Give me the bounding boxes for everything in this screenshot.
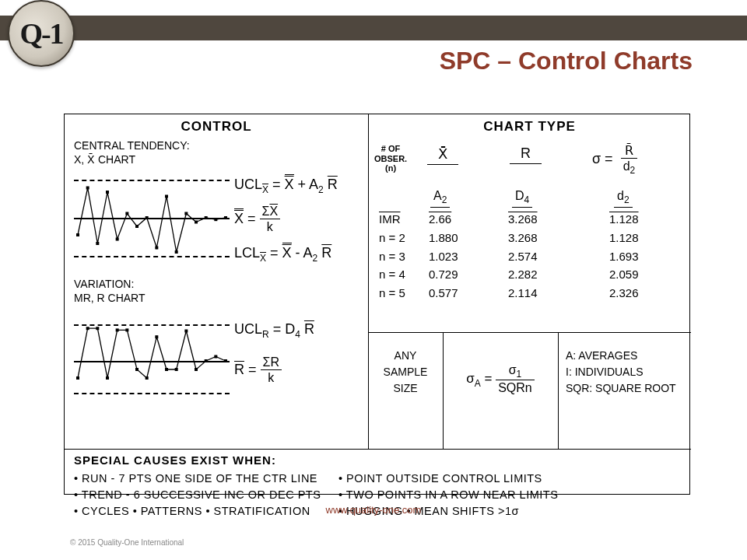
svg-rect-9: [165, 195, 168, 198]
svg-rect-2: [96, 242, 99, 245]
text: MR, R CHART: [74, 292, 146, 304]
divider-vertical: [443, 332, 444, 449]
col-r: R: [510, 145, 542, 164]
svg-rect-1: [86, 187, 89, 190]
svg-rect-4: [116, 238, 119, 241]
text: X, X̄ CHART: [74, 153, 135, 166]
r-sketch: [74, 318, 230, 404]
formula-sigma-a: σA = σ1SQRn: [449, 363, 552, 396]
formula-ucl-x: UCLX = X + A2 R: [234, 177, 338, 195]
svg-rect-18: [96, 327, 99, 330]
svg-rect-31: [224, 359, 227, 362]
svg-rect-10: [175, 250, 178, 254]
footer-copyright: © 2015 Quality-One International: [70, 538, 184, 547]
control-title: CONTROL: [65, 119, 368, 135]
svg-rect-7: [146, 216, 149, 219]
logo-text: Q-1: [19, 16, 62, 51]
const-d2: d2: [614, 189, 633, 208]
legend: A: AVERAGES I: INDIVIDUALS SQR: SQUARE R…: [566, 348, 676, 397]
svg-rect-16: [76, 376, 79, 380]
constants-table: IMR2.663.2681.128n = 21.8803.2681.128n =…: [374, 209, 644, 303]
divider-vertical: [368, 114, 369, 449]
svg-rect-11: [184, 212, 188, 215]
svg-rect-15: [224, 216, 227, 219]
svg-rect-23: [146, 376, 149, 380]
xbar-polyline: [74, 175, 230, 261]
svg-rect-3: [106, 191, 109, 194]
header-bar: [0, 16, 747, 40]
legend-a: A: AVERAGES: [566, 348, 676, 364]
svg-rect-13: [205, 216, 208, 219]
svg-rect-30: [214, 355, 217, 359]
svg-rect-24: [155, 335, 158, 338]
col-sigma: σ = R̄d2: [592, 144, 637, 176]
divider-horizontal: [65, 449, 691, 450]
svg-rect-8: [155, 247, 158, 250]
formula-xbarbar: X = ΣXk: [234, 205, 280, 234]
svg-rect-22: [135, 368, 139, 371]
special-causes-title: SPECIAL CAUSES EXIST WHEN:: [74, 453, 276, 467]
svg-rect-5: [125, 212, 128, 215]
const-d4: D4: [512, 189, 532, 208]
chart-type-title: CHART TYPE: [368, 119, 691, 135]
r-polyline: [74, 318, 230, 404]
divider-vertical: [558, 332, 559, 449]
legend-sqr: SQR: SQUARE ROOT: [566, 380, 676, 397]
text: VARIATION:: [74, 278, 134, 290]
footer-url: www.quality-one.com: [0, 504, 747, 516]
formula-ucl-r: UCLR = D4 R: [234, 321, 314, 340]
col-xbar: X̄: [427, 145, 458, 165]
svg-rect-0: [76, 233, 79, 236]
svg-rect-12: [195, 221, 198, 224]
central-tendency-label: CENTRAL TENDENCY: X, X̄ CHART: [74, 139, 190, 166]
obs-header: # OF OBSER. (n): [374, 144, 407, 173]
divider-horizontal: [368, 332, 691, 333]
legend-i: I: INDIVIDUALS: [566, 364, 676, 380]
formula-rbar: R = ΣRk: [234, 355, 282, 385]
logo-badge: Q-1: [8, 0, 75, 67]
svg-rect-21: [125, 328, 128, 331]
variation-label: VARIATION: MR, R CHART: [74, 278, 146, 305]
svg-rect-19: [106, 376, 109, 380]
any-sample-size: ANY SAMPLE SIZE: [370, 348, 441, 397]
svg-rect-26: [175, 368, 178, 371]
svg-rect-28: [195, 368, 198, 371]
svg-rect-6: [135, 225, 139, 228]
svg-rect-14: [214, 218, 217, 221]
page-title: SPC – Control Charts: [440, 47, 693, 75]
svg-rect-29: [205, 359, 208, 362]
svg-rect-25: [165, 368, 168, 371]
text: CENTRAL TENDENCY:: [74, 139, 190, 152]
content-frame: CONTROL CENTRAL TENDENCY: X, X̄ CHART VA…: [64, 114, 690, 495]
svg-rect-20: [116, 328, 119, 331]
svg-rect-17: [86, 327, 89, 330]
const-a2: A2: [430, 189, 450, 208]
xbar-sketch: [74, 175, 230, 261]
formula-lcl-x: LCLX = X - A2 R: [234, 245, 331, 264]
svg-rect-27: [184, 330, 188, 333]
